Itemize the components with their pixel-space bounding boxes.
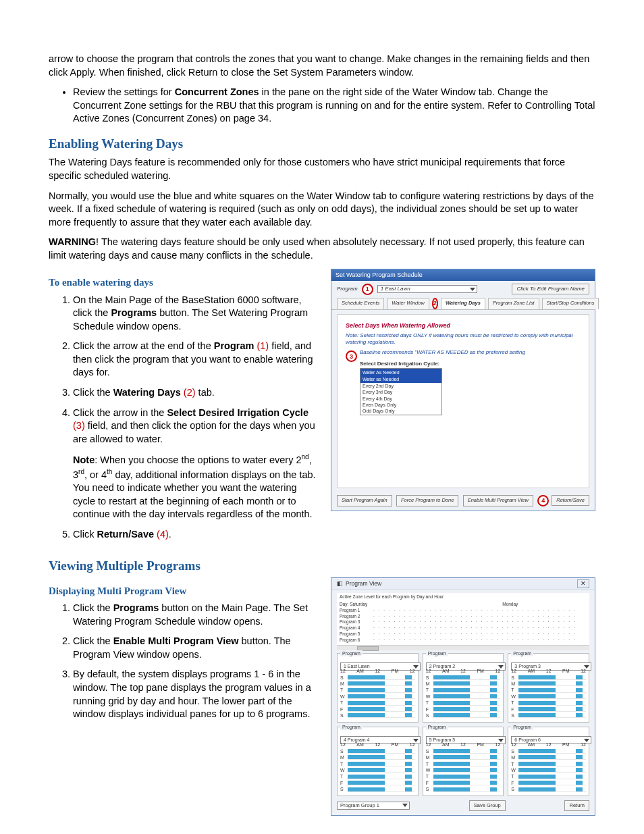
day-row: F [426,780,501,786]
day-row: M [511,754,586,760]
return-save-button[interactable]: Return/Save [552,495,589,506]
table-row: Program 4· · · · · · · · · · · · · · · ·… [340,625,587,631]
day-row: S [511,786,586,792]
tab-start-stop-conditions[interactable]: Start/Stop Conditions [542,298,599,309]
day-row: T [340,687,415,693]
day-row: M [511,681,586,687]
table-row: Program 6· · · · · · · · · · · · · · · ·… [340,637,587,644]
program-select[interactable]: 4 Program 4 [340,736,421,744]
day-row: W [511,767,586,773]
callout-3: 3 [346,350,357,362]
day-row: S [426,748,501,754]
day-row: S [340,748,415,754]
list-item[interactable]: Even Days Only [360,402,441,408]
table-row: Program 5· · · · · · · · · · · · · · · ·… [340,631,587,637]
window-title: Program View [346,580,381,588]
day-row: F [511,706,586,712]
day-row: T [340,773,415,779]
list-item[interactable]: Water as Needed [360,376,441,382]
day-row: F [340,780,415,786]
day-row: S [511,712,586,719]
viewing-step-2: Click the Enable Multi Program View butt… [73,635,319,661]
heading-enabling-watering-days: Enabling Watering Days [49,135,595,153]
list-item[interactable]: Every 2nd Day [360,383,441,389]
day-row: T [426,761,501,767]
list-item[interactable]: Every 3rd Day [360,389,441,395]
heading-to-enable-watering-days: To enable watering days [49,276,319,289]
day-row: W [340,767,415,773]
day-row: W [511,694,586,700]
app-icon: ◧ [337,580,343,588]
day-row: F [511,780,586,786]
step-5: Click Return/Save (4). [73,528,319,542]
program-label: Program [337,286,358,293]
callout-2: 2 [432,298,438,309]
day-row: S [426,712,501,719]
irrigation-cycle-label: Select Desired Irrigation Cycle: [360,361,525,368]
day-row: T [511,700,586,706]
day-row: W [426,767,501,773]
section-note-1: Note: Select restricted days ONLY if wat… [346,332,581,347]
program-group-combo[interactable]: Program Group 1 [337,802,410,810]
tab-watering-days[interactable]: Watering Days [441,298,485,309]
day-row: S [340,712,415,719]
viewing-step-1: Click the Programs button on the Main Pa… [73,602,319,628]
enable-multi-program-view-button[interactable]: Enable Multi Program View [463,495,533,506]
viewing-step-3: By default, the system displays programs… [73,668,319,721]
step-1: On the Main Page of the BaseStation 6000… [73,294,319,334]
day-row: T [426,700,501,706]
day-row: F [340,706,415,712]
program-panel: Program2 Program 212AM12PM12SMTWTFS [423,653,504,723]
tab-water-window[interactable]: Water Window [387,298,429,309]
return-button[interactable]: Return [564,800,589,811]
program-select[interactable]: 1 East Lawn [340,662,421,670]
day-row: T [511,773,586,779]
day-row: T [426,687,501,693]
irrigation-cycle-listbox[interactable]: Water As Needed Water as Needed Every 2n… [360,368,442,415]
callout-4: 4 [537,495,549,506]
day-row: W [426,694,501,700]
day-row: S [340,786,415,792]
close-icon[interactable]: ✕ [577,579,589,588]
start-program-again-button[interactable]: Start Program Again [337,495,392,506]
step-4: Click the arrow in the Select Desired Ir… [73,407,319,521]
force-program-done-button[interactable]: Force Program to Done [396,495,458,506]
step-2: Click the arrow at the end of the Progra… [73,340,319,380]
continuation-paragraph: arrow to choose the program that control… [49,53,595,79]
screenshot-watering-days: Set Watering Program Schedule Program 1 … [331,269,595,511]
day-row: T [426,773,501,779]
day-row: M [340,681,415,687]
day-row: M [340,754,415,760]
screenshot-program-view: ◧Program View ✕ Active Zone Level for ea… [331,577,595,816]
tab-program-zone-list[interactable]: Program Zone List [488,298,539,309]
day-row: W [340,694,415,700]
day-row: T [340,700,415,706]
day-row: M [426,681,501,687]
window-title: Set Watering Program Schedule [331,269,595,280]
enabling-p1: The Watering Days feature is recommended… [49,156,595,182]
tab-schedule-events[interactable]: Schedule Events [337,298,384,309]
program-panel: Program4 Program 412AM12PM12SMTWTFS [337,727,419,796]
day-row: T [511,761,586,767]
table-row: Program 2· · · · · · · · · · · · · · · ·… [340,614,587,620]
step-3: Click the Watering Days (2) tab. [73,386,319,400]
list-item[interactable]: Odd Days Only [360,408,441,414]
day-row: S [511,748,586,754]
chevron-down-icon [470,288,475,291]
section-title: Select Days When Watering Allowed [346,321,581,330]
day-row: T [340,761,415,767]
chevron-down-icon [402,804,408,807]
bullet-concurrent-zones: Review the settings for Concurrent Zones… [73,86,595,126]
day-row: M [426,754,501,760]
program-combo[interactable]: 1 East Lawn [377,285,477,294]
table-row: Program 1· · · · · · · · · · · · · · · ·… [340,608,587,614]
edit-program-name-button[interactable]: Click To Edit Program Name [512,284,589,295]
list-item[interactable]: Every 4th Day [360,396,441,402]
table-row: Program 3· · · · · · · · · · · · · · · ·… [340,619,587,625]
day-row: F [426,706,501,712]
save-group-button[interactable]: Save Group [469,800,506,811]
day-row: T [511,687,586,693]
enabling-warning: WARNING! The watering days feature shoul… [49,236,595,262]
day-row: S [426,786,501,792]
program-panel: Program1 East Lawn12AM12PM12SMTWTFS [337,653,419,723]
